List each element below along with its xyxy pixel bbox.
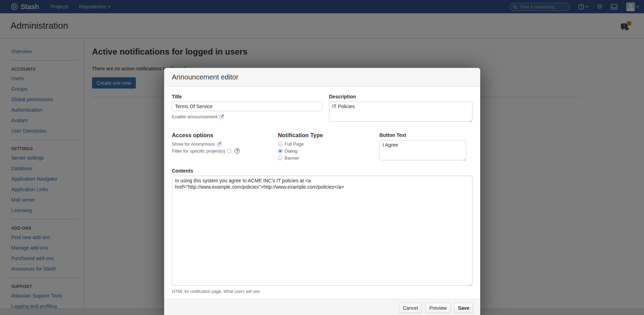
description-label: Description xyxy=(329,94,472,99)
enable-announcement-checkbox[interactable] xyxy=(219,115,224,119)
radio-dialog[interactable] xyxy=(278,149,282,153)
filter-projects-label: Filter for specific project(s) xyxy=(172,148,225,154)
title-label: Title xyxy=(172,94,329,99)
contents-textarea[interactable]: In using this system you agree to ACME I… xyxy=(172,176,472,286)
radio-option-dialog[interactable]: Dialog xyxy=(278,148,379,154)
contents-label: Contents xyxy=(172,168,472,174)
description-textarea[interactable]: IT Policies xyxy=(329,102,472,122)
enable-announcement-label: Enable announcement xyxy=(172,114,217,119)
save-button[interactable]: Save xyxy=(454,303,473,313)
button-text-label: Button Text xyxy=(379,132,472,138)
radio-full-page-label: Full Page xyxy=(285,141,304,147)
radio-full-page[interactable] xyxy=(278,142,282,146)
show-for-anonymous-label: Show for Anonymous xyxy=(172,141,215,147)
button-text-textarea[interactable]: I Agree xyxy=(379,140,466,160)
dialog-header: Announcement editor xyxy=(164,68,480,87)
radio-banner[interactable] xyxy=(278,156,282,160)
radio-dialog-label: Dialog xyxy=(285,148,298,154)
cancel-button[interactable]: Cancel xyxy=(399,303,422,313)
dialog-body: Title Enable announcement Description IT… xyxy=(164,87,480,299)
notification-type-heading: Notification Type xyxy=(278,132,379,139)
filter-projects-help-icon[interactable]: ? xyxy=(234,148,240,154)
access-options-heading: Access options xyxy=(172,132,278,139)
title-input[interactable] xyxy=(172,102,322,111)
show-for-anonymous-checkbox[interactable] xyxy=(217,142,221,146)
preview-button[interactable]: Preview xyxy=(426,303,451,313)
radio-option-banner[interactable]: Banner xyxy=(278,155,379,161)
radio-banner-label: Banner xyxy=(285,155,299,161)
filter-projects-checkbox[interactable] xyxy=(227,149,231,153)
dialog-title: Announcement editor xyxy=(172,73,472,81)
contents-hint: HTML for notification page. What users w… xyxy=(172,289,472,294)
announcement-editor-dialog: Announcement editor Title Enable announc… xyxy=(164,68,480,315)
dialog-footer: Cancel Preview Save xyxy=(164,299,480,315)
radio-option-full-page[interactable]: Full Page xyxy=(278,141,379,147)
